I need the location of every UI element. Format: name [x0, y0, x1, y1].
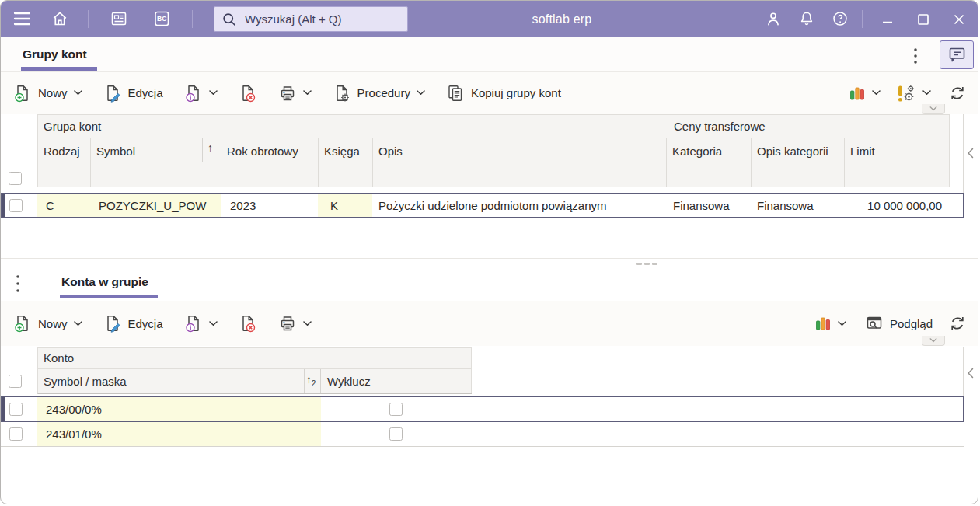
column-header-ksiega[interactable]: Księga — [319, 138, 373, 187]
svg-text:BC: BC — [157, 15, 166, 23]
chevron-down-icon — [929, 106, 937, 111]
panel-splitter-grip[interactable] — [635, 261, 659, 267]
minimize-button[interactable] — [873, 4, 902, 34]
document-info-icon — [184, 314, 203, 333]
table-row[interactable]: 243/01/0% — [1, 422, 964, 447]
preview-button-label: Podgląd — [890, 317, 933, 330]
print-button[interactable] — [278, 314, 312, 333]
delete-button[interactable] — [239, 314, 257, 333]
cell-kategoria: Finansowa — [666, 194, 751, 217]
panel2-more-menu-button[interactable] — [12, 272, 23, 298]
edit-button[interactable]: Edycja — [103, 84, 163, 103]
new-button[interactable]: Nowy — [13, 314, 82, 333]
sort-arrow: ↑ — [306, 374, 312, 386]
printer-icon — [278, 314, 297, 333]
info-button[interactable] — [184, 314, 218, 333]
maximize-button[interactable] — [909, 4, 938, 34]
help-button[interactable] — [831, 9, 849, 30]
table-row[interactable]: 243/00/0% — [1, 396, 964, 422]
tab-konta-w-grupie[interactable]: Konta w grupie — [61, 275, 148, 289]
bc-module-button[interactable]: BC — [152, 9, 171, 30]
close-button[interactable] — [944, 4, 974, 34]
edit-button[interactable]: Edycja — [103, 314, 163, 333]
refresh-icon — [948, 84, 967, 103]
titlebar-separator — [192, 10, 193, 28]
chevron-down-icon — [929, 338, 937, 343]
chevron-left-icon — [967, 148, 974, 159]
new-button[interactable]: Nowy — [13, 84, 82, 103]
column-header-limit[interactable]: Limit — [845, 138, 950, 187]
hamburger-menu-button[interactable] — [12, 10, 32, 30]
refresh-button[interactable] — [948, 314, 967, 333]
exclamation-gears-icon — [895, 83, 916, 103]
procedures-button-label: Procedury — [357, 86, 410, 99]
operations-button[interactable] — [895, 83, 931, 103]
chevron-down-icon — [209, 321, 218, 326]
wyklucz-checkbox[interactable] — [389, 403, 403, 416]
tab-grupy-kont[interactable]: Grupy kont — [23, 47, 87, 61]
sort-indicator-symbol-maska[interactable]: ↑2 — [304, 369, 321, 393]
procedures-button[interactable]: Procedury — [333, 84, 425, 103]
grid1-collapse-panel-button[interactable] — [965, 146, 975, 162]
select-all-checkbox[interactable] — [9, 375, 22, 388]
chevron-down-icon — [872, 90, 881, 96]
cell-wyklucz — [321, 397, 471, 421]
refresh-button[interactable] — [948, 84, 967, 103]
column-header-rodzaj[interactable]: Rodzaj — [38, 138, 91, 187]
column-header-opis-kategorii[interactable]: Opis kategorii — [752, 138, 845, 187]
titlebar: BC softlab erp — [1, 1, 978, 37]
print-button[interactable] — [278, 84, 312, 103]
table-row[interactable]: C POZYCZKI_U_POW 2023 K Pożyczki udzielo… — [1, 193, 964, 218]
column-header-opis[interactable]: Opis — [373, 138, 667, 187]
column-header-kategoria[interactable]: Kategoria — [667, 138, 752, 187]
app-title: softlab erp — [484, 1, 640, 37]
chevron-down-icon — [303, 321, 312, 326]
hamburger-icon — [12, 10, 32, 27]
comment-bubble-icon — [947, 45, 968, 65]
chart-view-button[interactable] — [849, 85, 881, 102]
active-tab-underline — [60, 295, 158, 298]
cell-symbol-maska: 243/00/0% — [37, 397, 321, 421]
column-header-symbol-maska[interactable]: Symbol / maska — [38, 375, 304, 388]
user-profile-button[interactable] — [764, 9, 783, 30]
row-checkbox-cell — [2, 194, 37, 217]
home-button[interactable] — [51, 9, 69, 30]
cell-symbol-maska: 243/01/0% — [37, 422, 321, 446]
column-header-wyklucz[interactable]: Wyklucz — [321, 369, 472, 393]
global-search-box[interactable] — [214, 6, 408, 32]
select-all-checkbox[interactable] — [9, 172, 22, 185]
document-add-icon — [13, 314, 32, 333]
toolbar1-collapse-button[interactable] — [922, 104, 945, 114]
document-add-icon — [13, 84, 32, 103]
edit-button-label: Edycja — [128, 86, 163, 99]
search-input[interactable] — [243, 12, 400, 26]
column-header-symbol[interactable]: Symbol — [91, 138, 202, 187]
newspaper-icon — [110, 9, 128, 28]
row-filler — [471, 422, 964, 446]
row-checkbox[interactable] — [9, 427, 23, 441]
toolbar2-collapse-button[interactable] — [922, 336, 945, 346]
sort-indicator-symbol[interactable]: ↑ — [202, 138, 221, 162]
column-header-rok-obrotowy[interactable]: Rok obrotowy — [221, 138, 319, 187]
comments-button[interactable] — [940, 40, 974, 69]
grid1-group-header-row: Grupa kont Ceny transferowe — [37, 114, 950, 138]
bc-icon: BC — [152, 9, 171, 28]
info-button[interactable] — [184, 84, 218, 103]
delete-button[interactable] — [239, 84, 257, 103]
copy-groups-button[interactable]: Kopiuj grupy kont — [446, 84, 561, 103]
cell-ksiega: K — [318, 194, 372, 217]
grid2-collapse-panel-button[interactable] — [965, 366, 975, 382]
notifications-button[interactable] — [797, 9, 816, 30]
chart-view-button[interactable] — [814, 315, 846, 332]
preview-window-icon — [865, 314, 884, 333]
news-button[interactable] — [110, 9, 128, 30]
panel1-tab-bar: Grupy kont — [1, 37, 978, 72]
chevron-down-icon — [209, 90, 218, 96]
preview-button[interactable]: Podgląd — [865, 314, 933, 333]
document-delete-icon — [239, 84, 257, 103]
panel1-more-menu-button[interactable] — [910, 45, 921, 69]
search-icon — [221, 12, 237, 27]
row-checkbox[interactable] — [9, 403, 23, 416]
wyklucz-checkbox[interactable] — [389, 427, 403, 441]
row-checkbox[interactable] — [9, 199, 23, 212]
